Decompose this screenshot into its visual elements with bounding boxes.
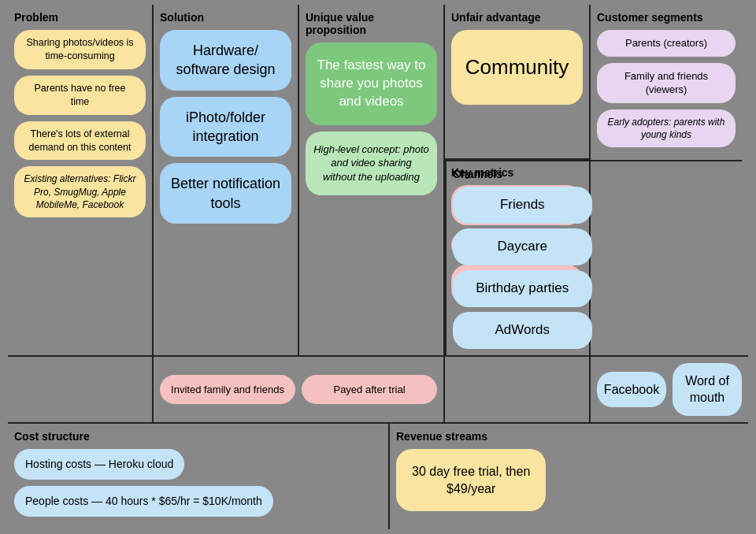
solution-card-2: iPhoto/folder integration xyxy=(160,97,291,158)
lean-canvas: Problem Sharing photos/videos is time-co… xyxy=(8,5,748,529)
revenue-section: Revenue streams 30 day free trial, then$… xyxy=(390,424,748,529)
customer-card-3: Early adopters: parents with young kinds xyxy=(597,109,736,147)
cost-section: Cost structure Hosting costs — Heroku cl… xyxy=(8,424,390,529)
unfair-section: Unfair advantage Community xyxy=(445,5,591,160)
overlap-empty-1 xyxy=(8,357,154,422)
problem-card-2: Parents have no free time xyxy=(14,76,146,115)
customer-card-1: Parents (creators) xyxy=(597,30,736,57)
cost-card-2: People costs — 40 hours * $65/hr = $10K/… xyxy=(14,486,273,517)
channel-card-2: Daycare xyxy=(453,228,592,265)
channel-card-1: Friends xyxy=(453,187,592,224)
problem-card-3: There's lots of external demand on this … xyxy=(14,121,146,161)
solution-section: Solution Hardware/software design iPhoto… xyxy=(154,5,299,355)
unfair-card-1: Community xyxy=(451,30,583,105)
customer-section: Customer segments Parents (creators) Fam… xyxy=(591,5,742,160)
wordofmouth-card: Word of mouth xyxy=(673,363,742,416)
solution-header: Solution xyxy=(160,11,291,24)
cost-card-1: Hosting costs — Heroku cloud xyxy=(14,449,184,480)
bottom-area: Cost structure Hosting costs — Heroku cl… xyxy=(8,424,748,529)
customer-card-2: Family and friends (viewers) xyxy=(597,63,736,103)
overlap-row: Invited family and friends Payed after t… xyxy=(8,357,748,424)
overlap-empty-2 xyxy=(445,357,591,422)
solution-card-3: Better notification tools xyxy=(160,163,291,224)
customer-header: Customer segments xyxy=(597,11,736,24)
channels-header: Channels xyxy=(453,168,736,180)
unfair-header: Unfair advantage xyxy=(451,11,583,24)
invited-card: Invited family and friends xyxy=(160,375,295,405)
problem-card-1: Sharing photos/videos is time-consuming xyxy=(14,30,146,69)
overlap-middle: Invited family and friends Payed after t… xyxy=(154,357,445,422)
uvp-card-1: The fastest way to share you photos and … xyxy=(306,43,437,125)
uvp-card-2: High-level concept: photo and video shar… xyxy=(306,132,437,195)
cost-header: Cost structure xyxy=(14,430,382,443)
revenue-header: Revenue streams xyxy=(396,430,742,443)
uvp-section: Unique value proposition The fastest way… xyxy=(299,5,445,355)
overlap-channels: Facebook Word of mouth xyxy=(591,357,748,422)
top-area: Problem Sharing photos/videos is time-co… xyxy=(8,5,748,357)
uvp-header: Unique value proposition xyxy=(306,11,437,36)
problem-section: Problem Sharing photos/videos is time-co… xyxy=(8,5,154,355)
solution-card-1: Hardware/software design xyxy=(160,30,291,91)
channels-section: Channels Friends Daycare Birthday partie… xyxy=(445,160,742,355)
channel-card-3: Birthday parties xyxy=(453,270,592,307)
problem-header: Problem xyxy=(14,11,146,24)
problem-card-4: Existing alternatives: Flickr Pro, SmugM… xyxy=(14,166,146,217)
payed-card: Payed after trial xyxy=(302,375,437,405)
channel-card-4: AdWords xyxy=(453,312,592,349)
facebook-card: Facebook xyxy=(597,372,666,408)
revenue-card-1: 30 day free trial, then$49/year xyxy=(396,449,546,511)
